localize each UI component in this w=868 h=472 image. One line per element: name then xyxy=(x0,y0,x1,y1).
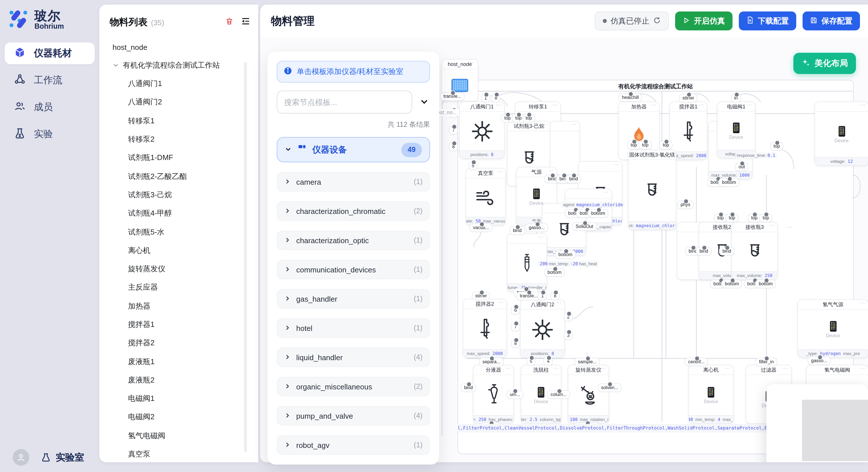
port-chip-bottom[interactable]: bottom xyxy=(588,210,608,217)
search-input[interactable] xyxy=(277,91,412,113)
tree-item[interactable]: 离心机 xyxy=(113,241,258,260)
port-chip-in[interactable]: in xyxy=(732,94,741,102)
tree-item[interactable]: 试剂瓶2-乙酸乙酯 xyxy=(113,167,258,186)
tree-root[interactable]: host_node xyxy=(113,38,258,56)
port-chip-gasso[interactable]: gasso... xyxy=(526,224,548,231)
avatar[interactable] xyxy=(12,449,29,466)
port-chip-centrif[interactable]: centrif... xyxy=(685,358,708,366)
port-chip-8[interactable]: 8 xyxy=(512,340,520,347)
beautify-layout-button[interactable]: 美化布局 xyxy=(794,53,856,74)
template-item-pump_and_valve[interactable]: pump_and_valve (4) xyxy=(277,406,430,426)
port-chip-separa[interactable]: separa... xyxy=(479,358,503,366)
canvas-node-电磁阀1[interactable]: 电磁阀1⋯Devicevoltage: 12 xyxy=(718,102,755,158)
canvas-node[interactable]: ⋯Devicevoltage: 12 xyxy=(815,102,868,165)
port-chip-bind[interactable]: bind xyxy=(696,247,711,255)
port-chip-solven[interactable]: solven... xyxy=(598,384,621,392)
port-chip-bottom[interactable]: bottom xyxy=(756,280,776,288)
sidebar-item-2[interactable]: 成员 xyxy=(5,96,95,118)
port-chip-stirrer[interactable]: stirrer xyxy=(680,94,697,102)
node-menu-icon[interactable]: ⋯ xyxy=(783,365,789,371)
port-chip-SolidOut[interactable]: SolidOut xyxy=(572,223,596,230)
template-item-hotel[interactable]: hotel (1) xyxy=(277,318,430,338)
tree-item[interactable]: 氢气电磁阀 xyxy=(113,427,258,445)
canvas-node-旋转蒸发仪[interactable]: 旋转蒸发仪⋯temp: 180 max_rotation_speed: xyxy=(568,365,609,423)
tree-scrollbar[interactable] xyxy=(244,62,247,452)
tree-item[interactable]: 真空泵 xyxy=(113,445,258,462)
tree-workstation[interactable]: 有机化学流程综合测试工作站 xyxy=(113,56,258,74)
node-menu-icon[interactable]: ⋯ xyxy=(600,365,606,371)
tree-item[interactable]: 电磁阀1 xyxy=(113,390,258,408)
node-menu-icon[interactable]: ⋯ xyxy=(699,102,704,108)
sidebar-item-0[interactable]: 仪器耗材 xyxy=(5,42,95,64)
template-item-communication_devices[interactable]: communication_devices (1) xyxy=(277,260,430,279)
tree-item[interactable]: 主反应器 xyxy=(113,278,258,297)
port-chip-1[interactable]: 1 xyxy=(482,94,490,102)
node-menu-icon[interactable]: ⋯ xyxy=(860,102,866,108)
port-chip-top[interactable]: top xyxy=(748,214,761,222)
tree-item[interactable]: 电磁阀2 xyxy=(113,408,258,427)
node-menu-icon[interactable]: ⋯ xyxy=(496,102,502,108)
port-chip-heatchill[interactable]: heatchill xyxy=(619,94,642,101)
template-item-robot_agv[interactable]: robot_agv (1) xyxy=(277,435,430,455)
tree-item[interactable]: 旋转蒸发仪 xyxy=(113,260,258,278)
tree-item[interactable]: 废液瓶2 xyxy=(113,371,258,390)
node-menu-icon[interactable]: ⋯ xyxy=(860,300,866,306)
template-item-camera[interactable]: camera (1) xyxy=(277,172,430,192)
node-menu-icon[interactable]: ⋯ xyxy=(571,122,577,127)
port-chip-top[interactable]: top xyxy=(628,141,640,149)
tree-item[interactable]: 废液瓶1 xyxy=(113,352,258,371)
node-menu-icon[interactable]: ⋯ xyxy=(603,189,609,195)
port-chip-top[interactable]: top xyxy=(726,214,738,222)
node-menu-icon[interactable]: ⋯ xyxy=(668,150,673,156)
collapse-template-icon[interactable] xyxy=(418,96,430,109)
tree-item[interactable]: 试剂瓶5-水 xyxy=(113,223,258,241)
port-chip-1[interactable]: 1 xyxy=(538,292,547,300)
preview-popup[interactable] xyxy=(766,384,868,462)
port-chip-um[interactable]: um... xyxy=(507,391,523,398)
node-menu-icon[interactable]: ⋯ xyxy=(860,365,866,371)
canvas-node-接收瓶3[interactable]: 接收瓶3⋯max_volume: 250 xyxy=(732,223,777,279)
port-chip-top[interactable]: top xyxy=(771,142,783,150)
tree-item[interactable]: 八通阀门2 xyxy=(113,93,258,112)
node-menu-icon[interactable]: ⋯ xyxy=(651,102,657,108)
port-chip-gasso[interactable]: gasso... xyxy=(808,357,830,365)
port-chip-bind[interactable]: bind xyxy=(461,384,476,392)
port-chip-8[interactable]: 8 xyxy=(450,143,458,150)
port-chip-3[interactable]: 3 xyxy=(564,332,572,339)
port-chip-top[interactable]: top xyxy=(714,214,726,222)
port-chip-2[interactable]: 2 xyxy=(564,313,572,321)
node-menu-icon[interactable]: ⋯ xyxy=(552,102,558,108)
collapse-panel-icon[interactable] xyxy=(241,16,250,28)
port-chip-top[interactable]: top xyxy=(760,214,772,222)
node-menu-icon[interactable]: ⋯ xyxy=(747,102,753,108)
port-chip-4[interactable]: 4 xyxy=(544,358,553,365)
port-chip-7[interactable]: 7 xyxy=(512,323,520,331)
sim-status-pill[interactable]: 仿真已停止 xyxy=(594,11,669,30)
node-menu-icon[interactable]: ⋯ xyxy=(505,365,511,371)
node-menu-icon[interactable]: ⋯ xyxy=(614,162,619,167)
port-chip-8[interactable]: 8 xyxy=(492,94,500,102)
canvas-node-八通阀门1[interactable]: 八通阀门1⋯positions: 8 xyxy=(460,102,504,158)
node-menu-icon[interactable]: ⋯ xyxy=(498,299,504,305)
port-chip-5[interactable]: 5 xyxy=(469,162,477,169)
port-chip-sample[interactable]: sample... xyxy=(575,358,600,366)
tree-item[interactable]: 试剂瓶1-DMF xyxy=(113,148,258,167)
port-chip-transfe[interactable]: transfe... xyxy=(517,292,540,300)
save-config-button[interactable]: 保存配置 xyxy=(803,11,860,30)
tree-item[interactable]: 搅拌器2 xyxy=(113,334,258,352)
tree-item[interactable]: 加热器 xyxy=(113,297,258,315)
port-chip-bottom[interactable]: bottom xyxy=(719,179,739,186)
port-chip-top[interactable]: top xyxy=(523,114,535,122)
delete-icon[interactable] xyxy=(225,16,234,28)
template-item-gas_handler[interactable]: gas_handler (1) xyxy=(277,289,430,308)
port-chip-bind[interactable]: bind xyxy=(720,247,734,255)
template-item-characterization_optic[interactable]: characterization_optic (1) xyxy=(277,231,430,250)
workspace-switcher[interactable]: 实验室 xyxy=(41,451,84,464)
port-chip-transfe[interactable]: transfe... xyxy=(441,93,464,100)
port-chip-bottom[interactable]: bottom xyxy=(556,251,576,258)
start-simulation-button[interactable]: 开启仿真 xyxy=(675,11,733,30)
port-chip-bind[interactable]: bind xyxy=(566,175,581,183)
port-chip-top[interactable]: top xyxy=(639,141,651,149)
canvas-node-搅拌器1[interactable]: 搅拌器1⋯max_speed: 2000 xyxy=(670,102,707,160)
port-chip-top[interactable]: top xyxy=(501,114,514,122)
